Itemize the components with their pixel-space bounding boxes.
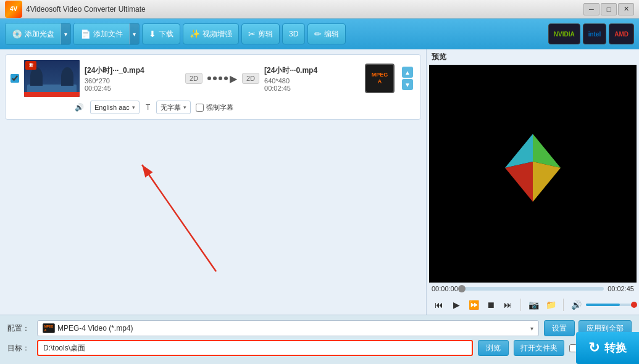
input-filename: [24小时]···_0.mp4 xyxy=(85,65,180,76)
volume-button[interactable]: 🔊 xyxy=(569,297,583,312)
scroll-up-button[interactable]: ▲ xyxy=(402,67,413,78)
add-file-group: 📄 添加文件 ▾ xyxy=(73,23,140,45)
volume-thumb[interactable] xyxy=(631,302,637,308)
format-select[interactable]: MPEGA MPEG-4 Video (*.mp4) ▾ xyxy=(37,320,539,336)
mpeg-mini-icon: MPEGA xyxy=(43,323,55,333)
trim-button[interactable]: ✂ 剪辑 xyxy=(241,23,280,44)
add-file-label: 添加文件 xyxy=(93,29,123,39)
trim-label: 剪辑 xyxy=(258,29,273,39)
add-file-button[interactable]: 📄 添加文件 xyxy=(74,23,129,44)
subtitle-icon: T xyxy=(146,103,150,112)
dot2 xyxy=(213,77,217,80)
input-size: 360*270 xyxy=(85,77,180,85)
stop-button[interactable]: ⏹ xyxy=(483,297,498,312)
config-label: 配置： xyxy=(7,323,32,334)
download-label: 下载 xyxy=(159,29,173,39)
window-title: 4Videosoft Video Converter Ultimate xyxy=(26,5,583,14)
3d-label: 3D xyxy=(289,30,298,38)
convert-button[interactable]: ↻ 转换 xyxy=(576,332,639,364)
format-select-value: MPEG-4 Video (*.mp4) xyxy=(57,324,133,333)
forced-subtitle-checkbox[interactable] xyxy=(196,104,204,112)
subtitle-select-arrow: ▾ xyxy=(183,104,186,110)
enhance-button[interactable]: ✨ 视频增强 xyxy=(183,23,239,44)
3d-button[interactable]: 3D xyxy=(282,23,305,44)
preview-logo xyxy=(429,65,637,283)
edit-icon: ✏ xyxy=(314,29,322,39)
forced-subtitle-label: 强制字幕 xyxy=(206,103,233,112)
title-bar: 4V 4Videosoft Video Converter Ultimate ─… xyxy=(0,0,639,19)
file-main-row: 新 [24小时]···_0.mp4 360*270 00:02:45 2D xyxy=(10,60,416,97)
next-frame-button[interactable]: ⏭ xyxy=(501,297,516,312)
target-path-input[interactable] xyxy=(37,340,473,356)
content-area: 新 [24小时]···_0.mp4 360*270 00:02:45 2D xyxy=(0,49,639,315)
intel-badge: intel xyxy=(583,23,607,44)
output-size: 640*480 xyxy=(264,77,360,85)
mpeg-mini: MPEGA MPEG-4 Video (*.mp4) xyxy=(43,323,133,333)
dot1 xyxy=(207,77,211,80)
window-controls: ─ □ ✕ xyxy=(583,3,634,15)
convert-label: 转换 xyxy=(604,341,627,355)
bottom-bar: 配置： MPEGA MPEG-4 Video (*.mp4) ▾ 设置 应用到全… xyxy=(0,315,639,364)
minimize-button[interactable]: ─ xyxy=(583,3,599,15)
audio-track-value: English aac xyxy=(94,104,130,111)
skip-to-start-button[interactable]: ⏮ xyxy=(432,297,446,312)
add-file-icon: 📄 xyxy=(80,29,91,39)
convert-icon: ↻ xyxy=(588,340,599,356)
output-duration: 00:02:45 xyxy=(264,85,360,92)
settings-button[interactable]: 设置 xyxy=(544,320,575,336)
dot4 xyxy=(224,77,228,80)
output-file-info: [24小时···0.mp4 640*480 00:02:45 xyxy=(264,65,360,92)
snapshot-button[interactable]: 📷 xyxy=(526,297,541,312)
add-bluray-icon: 💿 xyxy=(12,29,22,39)
volume-fill xyxy=(586,304,620,306)
gpu-badges: NVIDIA intel AMD xyxy=(548,23,634,44)
restore-button[interactable]: □ xyxy=(601,3,617,15)
trim-icon: ✂ xyxy=(248,29,256,39)
close-button[interactable]: ✕ xyxy=(618,3,634,15)
input-file-info: [24小时]···_0.mp4 360*270 00:02:45 xyxy=(85,65,180,92)
file-checkbox[interactable] xyxy=(10,74,19,83)
volume-bar[interactable] xyxy=(586,304,634,306)
file-thumbnail: 新 xyxy=(24,60,80,97)
add-bluray-arrow[interactable]: ▾ xyxy=(61,23,70,44)
add-file-arrow[interactable]: ▾ xyxy=(129,23,139,44)
play-button[interactable]: ▶ xyxy=(449,297,464,312)
target-row: 目标： 浏览 打开文件夹 合并成一个文件 xyxy=(7,340,632,356)
svg-marker-4 xyxy=(505,162,561,202)
open-folder-button[interactable]: 打开文件夹 xyxy=(514,340,564,356)
current-time: 00:00:00 xyxy=(432,285,458,292)
audio-select-arrow: ▾ xyxy=(132,104,135,110)
thumbnail-news: 新 xyxy=(24,60,80,97)
app-wrapper: 4V 4Videosoft Video Converter Ultimate ─… xyxy=(0,0,639,364)
timeline-thumb[interactable] xyxy=(458,285,466,292)
forced-subtitle-option: 强制字幕 xyxy=(196,103,233,112)
enhance-label: 视频增强 xyxy=(203,29,232,39)
timeline-bar[interactable] xyxy=(462,287,604,291)
scroll-down-button[interactable]: ▼ xyxy=(402,79,413,90)
convert-arrow: ▶ xyxy=(207,73,237,85)
toolbar: 💿 添加光盘 ▾ 📄 添加文件 ▾ ⬇ 下载 ✨ 视频增强 ✂ 剪辑 3D xyxy=(0,19,639,49)
playback-controls: ⏮ ▶ ⏩ ⏹ ⏭ 📷 📁 🔊 xyxy=(427,295,639,315)
total-time: 00:02:45 xyxy=(608,285,634,292)
audio-icon: 🔊 xyxy=(75,103,84,112)
target-label: 目标： xyxy=(7,343,32,354)
open-folder-preview-button[interactable]: 📁 xyxy=(543,297,558,312)
mpeg-icon: MPEGA xyxy=(365,64,395,93)
amd-badge: AMD xyxy=(609,23,634,44)
browse-button[interactable]: 浏览 xyxy=(478,340,509,356)
arrow-right-icon: ▶ xyxy=(230,73,237,85)
fast-forward-button[interactable]: ⏩ xyxy=(466,297,481,312)
audio-track-select[interactable]: English aac ▾ xyxy=(90,101,140,114)
input-format-badge: 2D xyxy=(185,73,203,84)
subtitle-track-select[interactable]: 无字幕 ▾ xyxy=(156,101,191,114)
preview-video xyxy=(429,65,637,283)
add-bluray-group: 💿 添加光盘 ▾ xyxy=(5,23,71,45)
download-button[interactable]: ⬇ 下载 xyxy=(142,23,180,44)
output-format-badge: 2D xyxy=(242,73,259,84)
edit-button[interactable]: ✏ 编辑 xyxy=(307,23,346,44)
preview-panel: 预览 xyxy=(426,49,639,315)
add-bluray-button[interactable]: 💿 添加光盘 xyxy=(6,23,61,44)
format-select-arrow: ▾ xyxy=(530,325,533,332)
download-icon: ⬇ xyxy=(149,29,156,39)
controls-separator1 xyxy=(520,299,521,311)
